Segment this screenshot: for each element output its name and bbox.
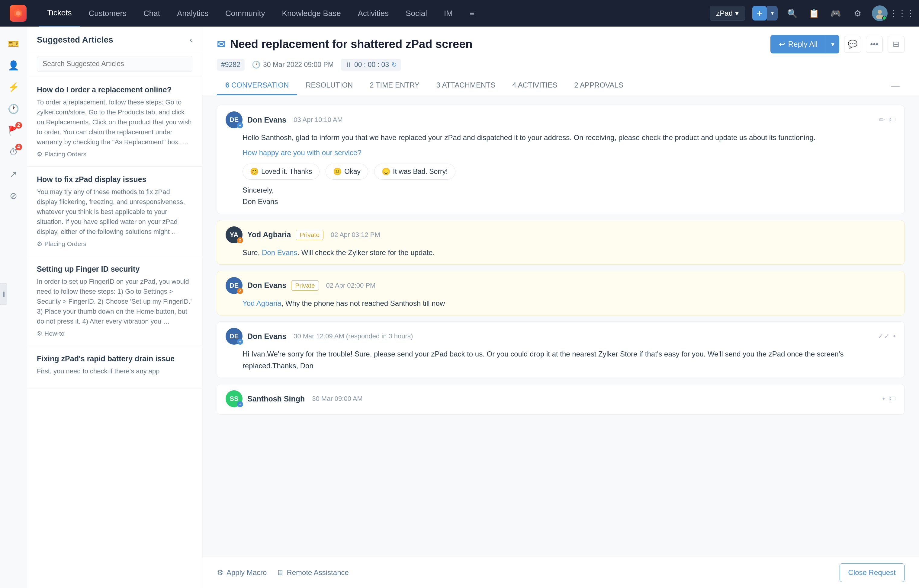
sidebar-item-tickets[interactable]: 🎫 [4, 34, 23, 53]
search-articles-input[interactable] [37, 56, 193, 72]
tab-attachments[interactable]: 3 ATTACHMENTS [428, 76, 504, 95]
avatar-badge-4: + [237, 401, 243, 407]
message-header-3: DE + Don Evans 30 Mar 12:09 AM (responde… [217, 322, 904, 348]
macro-icon: ⚙ [217, 569, 223, 577]
ticket-header: ✉ Need replacement for shattered zPad sc… [202, 27, 919, 95]
add-group: + ▾ [752, 6, 778, 21]
workspace-selector[interactable]: zPad ▾ [710, 6, 745, 21]
more-options-button[interactable]: ••• [866, 36, 883, 53]
don-evans-link[interactable]: Don Evans [262, 249, 297, 257]
sender-name-4: Santhosh Singh [248, 394, 305, 403]
ticket-title-row: ✉ Need replacement for shattered zPad sc… [217, 35, 904, 53]
close-request-button[interactable]: Close Request [840, 563, 904, 582]
bad-emoji: 😞 [382, 168, 390, 176]
message-card-0: DE + Don Evans 03 Apr 10:10 AM ✏ 🏷 Hello… [217, 105, 904, 214]
article-title-2: Setting up Finger ID security [37, 265, 193, 273]
message-time-0: 03 Apr 10:10 AM [294, 116, 343, 124]
feedback-bad[interactable]: 😞 It was Bad. Sorry! [374, 163, 455, 179]
flags-badge: 2 [15, 122, 22, 129]
nav-more[interactable]: ≡ [461, 0, 482, 27]
left-sidebar: 🎫 👤 ⚡ 🕐 🚩 2 ⏱ 4 ↗ ⊘ [0, 27, 27, 588]
add-dropdown-button[interactable]: ▾ [767, 6, 778, 21]
nav-activities[interactable]: Activities [349, 0, 398, 27]
workspace-label: zPad [716, 9, 733, 18]
reply-all-group: ↩ Reply All ▾ [770, 35, 839, 53]
apply-macro-action[interactable]: ⚙ Apply Macro [217, 569, 267, 577]
feedback-okay[interactable]: 😐 Okay [325, 163, 368, 179]
app-grid-button[interactable]: ⋮⋮⋮ [895, 6, 909, 21]
reply-all-dropdown[interactable]: ▾ [826, 35, 839, 53]
message-card-1: YA 2 Yod Agbaria Private 02 Apr 03:12 PM… [217, 220, 904, 265]
message-body-0: Hello Santhosh, glad to inform you that … [217, 132, 904, 214]
tab-resolution[interactable]: RESOLUTION [297, 76, 361, 95]
nav-tickets[interactable]: Tickets [39, 0, 80, 27]
app-logo[interactable] [10, 5, 27, 22]
article-category-1: ⚙ Placing Orders [37, 240, 193, 247]
remote-assistance-action[interactable]: 🖥 Remote Assistance [276, 569, 348, 577]
article-excerpt-1: You may try any of these methods to fix … [37, 187, 193, 237]
reports-button[interactable]: 📋 [807, 6, 821, 21]
reply-icon: ↩ [779, 40, 785, 48]
tag-icon-0[interactable]: 🏷 [888, 116, 896, 124]
sidebar-item-automation[interactable]: ⚡ [4, 77, 23, 97]
gamepad-button[interactable]: 🎮 [828, 6, 843, 21]
tab-approvals[interactable]: 2 APPROVALS [566, 76, 631, 95]
sidebar-item-clock[interactable]: ⏱ 4 [4, 142, 23, 162]
tag-icon-4[interactable]: 🏷 [888, 394, 896, 403]
reply-all-button[interactable]: ↩ Reply All [770, 35, 826, 53]
header-actions: ↩ Reply All ▾ 💬 ••• ⊟ [770, 35, 904, 53]
message-card-2: DE 2 Don Evans Private 02 Apr 02:00 PM Y… [217, 271, 904, 315]
timer-pause-icon[interactable]: ⏸ [345, 61, 352, 69]
timer-refresh-icon[interactable]: ↻ [392, 61, 397, 69]
message-time-1: 02 Apr 03:12 PM [331, 231, 380, 239]
feedback-loved[interactable]: 😊 Loved it. Thanks [243, 163, 320, 179]
chat-action-button[interactable]: 💬 [844, 36, 861, 53]
collapse-panel-button[interactable]: ‹ [190, 35, 193, 45]
article-item-0[interactable]: How do I order a replacement online? To … [27, 77, 202, 166]
sender-name-0: Don Evans [248, 116, 286, 124]
ticket-meta: #9282 🕐 30 Mar 2022 09:00 PM ⏸ 00 : 00 :… [217, 59, 904, 71]
message-avatar-0: DE + [226, 111, 243, 128]
search-button[interactable]: 🔍 [785, 6, 799, 21]
article-title-1: How to fix zPad display issues [37, 175, 193, 184]
side-collapse-handle[interactable]: ‖ [0, 283, 7, 305]
yod-agbaria-link[interactable]: Yod Agbaria [243, 299, 282, 307]
avatar-badge-1: 2 [237, 237, 243, 243]
tabs-more-icon[interactable]: — [891, 76, 904, 95]
message-icons-3: ✓✓ • [878, 332, 896, 341]
nav-community[interactable]: Community [217, 0, 273, 27]
sidebar-item-contacts[interactable]: 👤 [4, 55, 23, 75]
nav-analytics[interactable]: Analytics [168, 0, 217, 27]
edit-icon-0[interactable]: ✏ [879, 116, 885, 124]
article-item-1[interactable]: How to fix zPad display issues You may t… [27, 166, 202, 256]
article-item-2[interactable]: Setting up Finger ID security In order t… [27, 256, 202, 346]
message-avatar-1: YA 2 [226, 226, 243, 243]
ticket-timer: ⏸ 00 : 00 : 03 ↻ [341, 59, 401, 71]
tab-time-entry[interactable]: 2 TIME ENTRY [361, 76, 428, 95]
search-bar [27, 51, 202, 77]
article-item-3[interactable]: Fixing zPad's rapid battery drain issue … [27, 346, 202, 388]
sidebar-item-share[interactable]: ↗ [4, 164, 23, 184]
message-avatar-2: DE 2 [226, 277, 243, 294]
private-badge-2: Private [291, 280, 319, 291]
bullet-icon-4: • [882, 394, 885, 403]
tab-conversation[interactable]: 6 CONVERSATION [217, 76, 297, 95]
nav-customers[interactable]: Customers [80, 0, 135, 27]
nav-knowledge-base[interactable]: Knowledge Base [273, 0, 349, 27]
nav-social[interactable]: Social [397, 0, 435, 27]
sidebar-item-block[interactable]: ⊘ [4, 186, 23, 205]
sidebar-item-history[interactable]: 🕐 [4, 99, 23, 118]
user-avatar[interactable] [872, 5, 888, 21]
message-icons-0: ✏ 🏷 [879, 116, 896, 124]
settings-button[interactable]: ⚙ [850, 6, 865, 21]
add-button[interactable]: + [752, 6, 767, 21]
clock-icon: 🕐 [252, 61, 260, 69]
tab-activities[interactable]: 4 ACTIVITIES [504, 76, 566, 95]
article-excerpt-2: In order to set up FingerID on your zPad… [37, 276, 193, 326]
nav-chat[interactable]: Chat [135, 0, 168, 27]
satisfaction-question[interactable]: How happy are you with our service? [243, 147, 896, 158]
bullet-icon-3: • [893, 332, 896, 341]
filter-button[interactable]: ⊟ [888, 36, 904, 53]
sidebar-item-flags[interactable]: 🚩 2 [4, 121, 23, 140]
nav-im[interactable]: IM [435, 0, 461, 27]
